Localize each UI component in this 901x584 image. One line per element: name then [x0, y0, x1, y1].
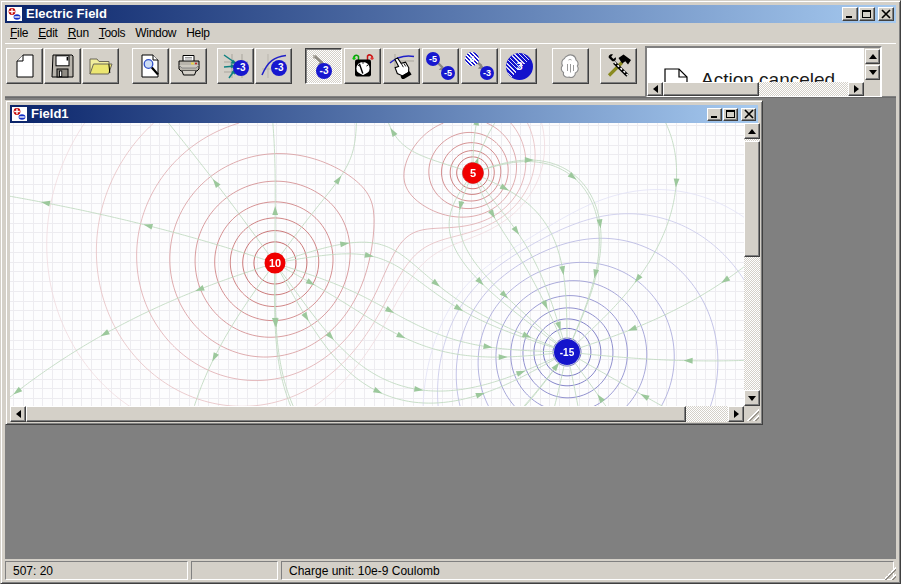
right-triangle-icon — [734, 410, 739, 418]
field-canvas[interactable] — [10, 123, 744, 406]
field-vertical-scrollbar[interactable] — [744, 123, 760, 406]
caption-buttons — [706, 108, 756, 121]
minimize-button[interactable] — [842, 7, 858, 21]
resize-grip-icon[interactable] — [747, 409, 759, 421]
status-panel-1 — [191, 561, 278, 580]
hammer-wrench-icon — [606, 53, 632, 79]
move-charge-button[interactable]: -5-5 — [422, 48, 459, 84]
scroll-left-button[interactable] — [10, 406, 26, 422]
left-triangle-icon — [16, 410, 21, 418]
edit-charge-button[interactable]: 3-3 — [461, 48, 498, 84]
charge-badge: -3 — [271, 60, 287, 76]
mdi-workspace: Field1 — [5, 97, 896, 559]
menu-item-help[interactable]: Help — [181, 25, 214, 42]
minimize-icon — [844, 5, 856, 23]
open-button[interactable] — [82, 48, 119, 84]
history-content: Action canceled — [647, 48, 880, 96]
scroll-right-button[interactable] — [848, 82, 864, 96]
history-vertical-scrollbar[interactable] — [864, 48, 880, 96]
scroll-right-button[interactable] — [728, 406, 744, 422]
scroll-down-button[interactable] — [865, 65, 880, 80]
ghost-icon — [558, 53, 584, 79]
save-floppy-icon — [50, 53, 76, 79]
maximize-icon — [725, 105, 737, 123]
delete-charge-button[interactable]: 3 — [500, 48, 537, 84]
print-button[interactable] — [170, 48, 207, 84]
show-field-line-button[interactable]: -3 — [255, 48, 292, 84]
printer-icon — [176, 53, 202, 79]
charge-badge: -3 — [316, 63, 332, 79]
resize-grip-icon[interactable] — [883, 567, 896, 580]
open-folder-icon — [88, 53, 114, 79]
field-view — [10, 123, 760, 422]
field1-title: Field1 — [31, 105, 69, 123]
history-hscroll-thumb[interactable] — [663, 82, 759, 96]
ghost-button[interactable] — [552, 48, 589, 84]
trace-field-line-button[interactable] — [383, 48, 420, 84]
history-horizontal-scrollbar[interactable] — [647, 82, 864, 96]
menu-item-file[interactable]: File — [5, 25, 33, 42]
maximize-button[interactable] — [859, 7, 875, 21]
status-bar: 507: 20Charge unit: 10e-9 Coulomb — [5, 559, 896, 580]
charge-badge: -3 — [480, 66, 494, 80]
close-icon — [743, 105, 755, 123]
menu-item-edit[interactable]: Edit — [33, 25, 63, 42]
add-charge-button[interactable]: -3 — [305, 48, 342, 84]
show-vectors-button[interactable]: -3 — [217, 48, 254, 84]
document-icon — [664, 68, 688, 82]
hscroll-thumb[interactable] — [26, 406, 686, 422]
status-text: Charge unit: 10e-9 Coulomb — [289, 564, 440, 578]
charge-badge: 3 — [465, 52, 479, 66]
title-bar[interactable]: Electric Field — [5, 5, 896, 23]
hand-line-icon — [389, 53, 415, 79]
field1-icon — [12, 107, 28, 121]
maximize-button[interactable] — [723, 108, 738, 121]
history-item[interactable]: Action canceled — [647, 48, 864, 82]
field1-title-bar[interactable]: Field1 — [10, 105, 758, 123]
right-triangle-icon — [854, 85, 859, 93]
charge-badge: 3 — [506, 53, 533, 80]
field-horizontal-scrollbar[interactable] — [10, 406, 744, 422]
app-window: Electric Field FileEditRunToolsWindowHel… — [0, 0, 901, 584]
field1-window: Field1 — [5, 100, 763, 425]
status-panel-0: 507: 20 — [5, 561, 188, 580]
print-preview-icon — [138, 53, 164, 79]
up-triangle-icon — [748, 129, 756, 134]
scroll-down-button[interactable] — [744, 390, 760, 406]
charge-badge: -5 — [426, 52, 440, 66]
window-title: Electric Field — [26, 5, 107, 23]
options-button[interactable] — [600, 48, 637, 84]
minimize-button[interactable] — [707, 108, 722, 121]
voltmeter-icon — [350, 53, 376, 79]
up-triangle-icon — [869, 54, 877, 59]
status-text: 507: 20 — [13, 564, 53, 578]
new-document-icon — [12, 53, 38, 79]
scroll-up-button[interactable] — [744, 123, 760, 139]
minimize-icon — [709, 105, 721, 123]
scroll-up-button[interactable] — [865, 49, 880, 64]
caption-buttons — [841, 7, 894, 21]
app-icon — [7, 7, 23, 21]
menu-item-tools[interactable]: Tools — [94, 25, 131, 42]
down-triangle-icon — [869, 70, 877, 75]
close-button[interactable] — [878, 7, 894, 21]
vscroll-thumb[interactable] — [744, 141, 760, 257]
voltmeter-button[interactable] — [344, 48, 381, 84]
maximize-icon — [861, 5, 873, 23]
charge-badge: -5 — [441, 66, 455, 80]
down-triangle-icon — [748, 396, 756, 401]
scroll-left-button[interactable] — [647, 82, 663, 96]
menu-item-window[interactable]: Window — [130, 25, 181, 42]
menu-item-run[interactable]: Run — [63, 25, 94, 42]
status-panel-2: Charge unit: 10e-9 Coulomb — [281, 561, 894, 580]
new-button[interactable] — [6, 48, 43, 84]
menu-bar: FileEditRunToolsWindowHelp — [5, 24, 896, 43]
scrollbar-corner — [744, 406, 760, 422]
close-button[interactable] — [741, 108, 756, 121]
history-listbox[interactable]: Action canceled — [645, 46, 882, 98]
left-triangle-icon — [653, 85, 658, 93]
toolbar: Action canceled -3-3-3-5-53-33 — [5, 43, 896, 97]
history-item-text: Action canceled — [701, 69, 835, 82]
print-preview-button[interactable] — [132, 48, 169, 84]
save-button[interactable] — [44, 48, 81, 84]
